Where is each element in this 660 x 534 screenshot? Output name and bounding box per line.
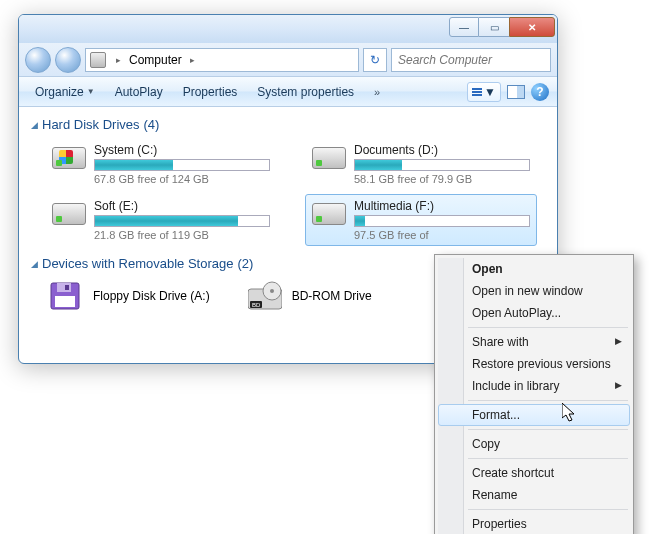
svg-rect-4 — [55, 296, 75, 307]
breadcrumb-arrow-icon: ▸ — [114, 55, 123, 65]
bdrom-icon: BD — [248, 281, 282, 311]
section-header-hdd[interactable]: ◢ Hard Disk Drives (4) — [31, 117, 545, 132]
collapse-icon: ◢ — [31, 120, 38, 130]
drive-documents-d[interactable]: Documents (D:) 58.1 GB free of 79.9 GB — [305, 138, 537, 190]
menu-rename[interactable]: Rename — [438, 484, 630, 506]
address-bar[interactable]: ▸ Computer ▸ — [85, 48, 359, 72]
close-button[interactable]: ✕ — [509, 17, 555, 37]
menu-format[interactable]: Format... — [438, 404, 630, 426]
drive-soft-e[interactable]: Soft (E:) 21.8 GB free of 119 GB — [45, 194, 277, 246]
more-commands-button[interactable]: » — [366, 83, 386, 101]
menu-open-new-window[interactable]: Open in new window — [438, 280, 630, 302]
back-button[interactable] — [25, 47, 51, 73]
collapse-icon: ◢ — [31, 259, 38, 269]
breadcrumb-arrow-icon: ▸ — [188, 55, 197, 65]
list-icon — [472, 88, 482, 96]
autoplay-button[interactable]: AutoPlay — [107, 82, 171, 102]
svg-point-8 — [270, 289, 274, 293]
drive-icon — [52, 147, 86, 175]
properties-button[interactable]: Properties — [175, 82, 246, 102]
submenu-arrow-icon: ▶ — [615, 336, 622, 346]
drive-free-text: 58.1 GB free of 79.9 GB — [354, 173, 530, 185]
menu-open-autoplay[interactable]: Open AutoPlay... — [438, 302, 630, 324]
drive-icon — [52, 203, 86, 231]
svg-text:BD: BD — [252, 302, 261, 308]
floppy-icon — [49, 281, 83, 311]
drive-multimedia-f[interactable]: Multimedia (F:) 97.5 GB free of — [305, 194, 537, 246]
capacity-bar — [94, 159, 270, 171]
drive-label: Multimedia (F:) — [354, 199, 530, 213]
breadcrumb-location[interactable]: Computer — [129, 53, 182, 67]
drive-label: Soft (E:) — [94, 199, 270, 213]
help-button[interactable]: ? — [531, 83, 549, 101]
menu-create-shortcut[interactable]: Create shortcut — [438, 462, 630, 484]
menu-properties[interactable]: Properties — [438, 513, 630, 534]
toolbar: Organize ▼ AutoPlay Properties System pr… — [19, 77, 557, 107]
menu-share-with[interactable]: Share with▶ — [438, 331, 630, 353]
menu-restore-previous[interactable]: Restore previous versions — [438, 353, 630, 375]
section-count: (4) — [144, 117, 160, 132]
drive-free-text: 67.8 GB free of 124 GB — [94, 173, 270, 185]
preview-pane-button[interactable] — [505, 81, 527, 103]
device-label: Floppy Disk Drive (A:) — [93, 289, 210, 303]
drive-label: System (C:) — [94, 143, 270, 157]
drive-label: Documents (D:) — [354, 143, 530, 157]
menu-include-library[interactable]: Include in library▶ — [438, 375, 630, 397]
computer-icon — [90, 52, 106, 68]
submenu-arrow-icon: ▶ — [615, 380, 622, 390]
search-input[interactable] — [391, 48, 551, 72]
minimize-button[interactable]: — — [449, 17, 479, 37]
section-count: (2) — [237, 256, 253, 271]
svg-rect-1 — [517, 86, 524, 98]
drive-system-c[interactable]: System (C:) 67.8 GB free of 124 GB — [45, 138, 277, 190]
drive-free-text: 97.5 GB free of — [354, 229, 530, 241]
context-menu: Open Open in new window Open AutoPlay...… — [434, 254, 634, 534]
drive-icon — [312, 147, 346, 175]
system-properties-button[interactable]: System properties — [249, 82, 362, 102]
capacity-bar — [354, 215, 530, 227]
capacity-bar — [94, 215, 270, 227]
organize-button[interactable]: Organize ▼ — [27, 82, 103, 102]
svg-rect-5 — [65, 285, 69, 290]
menu-open[interactable]: Open — [438, 258, 630, 280]
section-title: Hard Disk Drives — [42, 117, 140, 132]
section-title: Devices with Removable Storage — [42, 256, 233, 271]
forward-button[interactable] — [55, 47, 81, 73]
menu-copy[interactable]: Copy — [438, 433, 630, 455]
drive-icon — [312, 203, 346, 231]
titlebar: — ▭ ✕ — [19, 15, 557, 43]
drive-free-text: 21.8 GB free of 119 GB — [94, 229, 270, 241]
device-floppy-a[interactable]: Floppy Disk Drive (A:) — [45, 277, 214, 315]
capacity-bar — [354, 159, 530, 171]
refresh-button[interactable]: ↻ — [363, 48, 387, 72]
maximize-button[interactable]: ▭ — [479, 17, 509, 37]
view-button[interactable]: ▼ — [467, 82, 501, 102]
navbar: ▸ Computer ▸ ↻ — [19, 43, 557, 77]
device-bdrom[interactable]: BD BD-ROM Drive — [244, 277, 376, 315]
device-label: BD-ROM Drive — [292, 289, 372, 303]
